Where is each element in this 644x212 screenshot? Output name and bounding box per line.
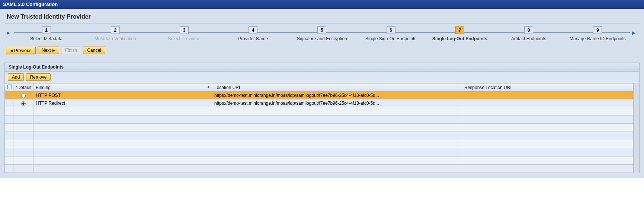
wizard-step-number: 8 [524, 26, 533, 34]
wizard-step-label: Artifact Endpoints [494, 36, 563, 41]
wizard-step-number: 3 [180, 26, 189, 34]
header-row-selector[interactable] [5, 83, 13, 92]
page-body: New Trusted Identity Provider ▶ 1Select … [0, 9, 644, 178]
table-row [5, 107, 633, 116]
default-radio[interactable] [21, 94, 26, 98]
wizard-step-5[interactable]: 5Signature and Encryption [288, 26, 356, 41]
location-cell: https://demo-test.miniorange.in/moas/idp… [212, 99, 462, 107]
default-radio[interactable] [21, 101, 26, 106]
wizard-step-number: 5 [317, 26, 326, 34]
wizard-step-3[interactable]: 3Select Providers [150, 26, 218, 41]
finish-button: Finish [61, 47, 81, 54]
wizard-step-number: 9 [593, 26, 602, 34]
wizard-step-4[interactable]: 4Provider Name [219, 26, 288, 41]
header-binding[interactable]: Binding ▲ [33, 83, 212, 92]
default-radio-cell[interactable] [13, 99, 33, 107]
vertical-scrollbar[interactable] [633, 83, 639, 173]
next-button[interactable]: Next ▶ [38, 47, 59, 54]
panel-title: Single Log-Out Endpoints [5, 63, 639, 72]
wizard-step-8[interactable]: 8Artifact Endpoints [494, 26, 563, 41]
previous-button[interactable]: ◀ Previous [6, 47, 36, 54]
header-location-label: Location URL [214, 85, 241, 90]
header-default-label: Default [17, 85, 32, 90]
location-cell: https://demo-test.miniorange.in/moas/idp… [212, 92, 462, 99]
wizard-step-number: 1 [42, 26, 51, 34]
wizard-step-6[interactable]: 6Single Sign-On Endpoints [356, 26, 425, 41]
table-row [5, 132, 633, 140]
binding-cell: HTTP POST [33, 92, 212, 99]
previous-button-label: Previous [14, 48, 32, 53]
wizard-step-number: 4 [249, 26, 257, 34]
header-location[interactable]: Location URL [212, 83, 462, 92]
table-row [5, 148, 633, 156]
binding-cell: HTTP Redirect [33, 99, 212, 107]
wizard-end-icon: ▶ [632, 30, 637, 35]
wizard-step-label: Single Sign-On Endpoints [356, 36, 425, 41]
default-radio-cell[interactable] [13, 92, 33, 99]
add-button-label: Add [12, 75, 20, 80]
table-selector-icon [7, 85, 12, 89]
header-response[interactable]: Response Location URL [462, 83, 633, 92]
table-row [5, 165, 633, 173]
header-binding-label: Binding [36, 85, 51, 90]
panel-toolbar: Add Remove [5, 72, 639, 83]
wizard-step-2[interactable]: 2Metadata Verification [81, 26, 150, 41]
wizard-step-label: Metadata Verification [81, 36, 150, 41]
remove-button[interactable]: Remove [26, 73, 51, 81]
header-response-label: Response Location URL [464, 85, 513, 90]
cancel-button-label: Cancel [87, 48, 101, 53]
page-title-bar: SAML 2.0 Configuration [0, 0, 644, 9]
table-row[interactable]: HTTP POSThttps://demo-test.miniorange.in… [5, 92, 633, 99]
finish-button-label: Finish [65, 48, 77, 53]
wizard-step-label: Select Metadata [12, 36, 81, 41]
wizard-roadmap: ▶ 1Select Metadata2Metadata Verification… [4, 23, 640, 44]
response-cell [462, 99, 633, 107]
table-row [5, 140, 633, 148]
row-selector-cell[interactable] [5, 92, 13, 99]
remove-button-label: Remove [30, 75, 47, 80]
table-row[interactable]: HTTP Redirecthttps://demo-test.miniorang… [5, 99, 633, 107]
wizard-step-label: Signature and Encryption [288, 36, 356, 41]
table-row [5, 156, 633, 165]
wizard-step-label: Single Log-Out Endpoints [425, 36, 494, 41]
add-button[interactable]: Add [8, 73, 24, 81]
wizard-step-1[interactable]: 1Select Metadata [12, 26, 81, 41]
table-row [5, 124, 633, 132]
triangle-left-icon: ◀ [10, 49, 13, 53]
wizard-nav-buttons: ◀ Previous Next ▶ Finish Cancel [4, 44, 640, 57]
wizard-step-label: Manage Name ID Endpoints [563, 36, 632, 41]
section-heading: New Trusted Identity Provider [4, 9, 640, 23]
page-title: SAML 2.0 Configuration [3, 1, 58, 7]
wizard-step-label: Select Providers [150, 36, 218, 41]
wizard-step-7[interactable]: 7Single Log-Out Endpoints [425, 26, 494, 41]
wizard-step-number: 2 [111, 26, 120, 34]
sort-asc-icon: ▲ [207, 85, 210, 89]
endpoints-table: *Default Binding ▲ Location URL Response… [5, 83, 639, 173]
triangle-right-icon: ▶ [52, 48, 55, 52]
wizard-start-icon: ▶ [7, 30, 12, 35]
wizard-step-9[interactable]: 9Manage Name ID Endpoints [563, 26, 632, 41]
wizard-step-number: 6 [387, 26, 395, 34]
table-row [5, 116, 633, 124]
row-selector-cell[interactable] [5, 99, 13, 107]
response-cell [462, 92, 633, 99]
cancel-button[interactable]: Cancel [83, 47, 105, 54]
wizard-step-number: 7 [455, 26, 464, 34]
table-header-row: *Default Binding ▲ Location URL Response… [5, 83, 633, 92]
next-button-label: Next [42, 48, 51, 53]
header-default[interactable]: *Default [13, 83, 33, 92]
endpoints-panel: Single Log-Out Endpoints Add Remove *Def… [4, 63, 640, 173]
wizard-step-label: Provider Name [219, 36, 288, 41]
